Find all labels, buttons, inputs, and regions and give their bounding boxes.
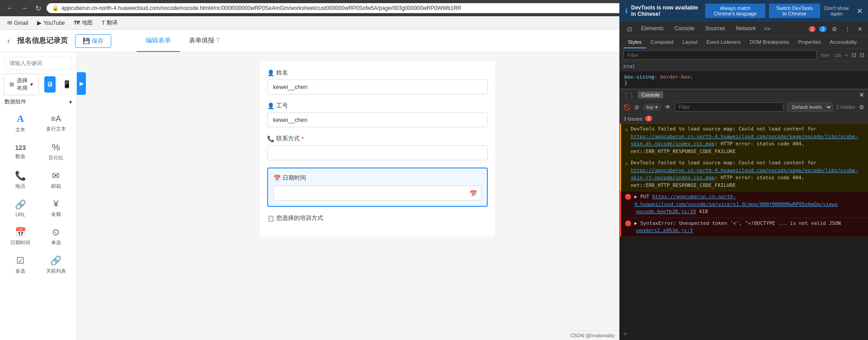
- date-field-label: 📅 日期时间: [274, 174, 481, 182]
- calendar-icon: 📅: [274, 175, 281, 182]
- console-message-2: ⚠ DevTools failed to load source map: Co…: [620, 158, 868, 191]
- bookmark-gmail[interactable]: ✉ Gmail: [4, 18, 32, 28]
- console-clear-button[interactable]: 🚫: [623, 104, 631, 111]
- name-input[interactable]: [267, 79, 488, 94]
- refresh-button[interactable]: ↻: [33, 2, 43, 14]
- devtools-tab-network[interactable]: Network: [731, 22, 761, 36]
- help-icon[interactable]: ?: [216, 37, 220, 44]
- bookmark-translate-label: 翻译: [107, 19, 118, 27]
- related-list-icon: 🔗: [50, 255, 61, 266]
- devtools-settings-button[interactable]: ⚙: [830, 24, 839, 34]
- url-text: appcuberun.cn-north-4.huaweicloud.com/no…: [61, 5, 462, 11]
- console-message-text-3: ▶ PUT https://appcuberun.cn-north-4.huaw…: [634, 193, 864, 216]
- styles-tab-event-listeners[interactable]: Event Listeners: [702, 37, 745, 48]
- error-icon-1: 🔴: [625, 194, 632, 200]
- console-drag-handle: ⋮⋮: [623, 92, 634, 98]
- devtools-tab-more[interactable]: >>: [761, 22, 773, 36]
- name-field-label: 👤 姓名: [267, 69, 488, 77]
- console-filter-input[interactable]: [675, 102, 783, 112]
- console-tab-label[interactable]: Console: [638, 91, 663, 98]
- email-icon: ✉: [52, 170, 60, 181]
- styles-copy-button[interactable]: ⊡: [860, 52, 864, 58]
- desktop-device-button[interactable]: 🖥: [44, 76, 56, 93]
- tab-edit-form[interactable]: 编辑表单: [137, 30, 180, 52]
- panel-expand-button[interactable]: ▶: [77, 72, 86, 95]
- styles-tab-layout[interactable]: Layout: [678, 37, 702, 48]
- devtools-close-x-button[interactable]: ✕: [856, 24, 864, 34]
- chevron-down-icon: ▾: [69, 99, 72, 105]
- console-prompt-input[interactable]: [629, 331, 864, 337]
- match-language-button[interactable]: Always match Chrome's language: [705, 4, 765, 18]
- devtools-tab-console[interactable]: Console: [669, 22, 700, 36]
- console-file-link-1[interactable]: nocode.6eefb28.js:19: [636, 209, 696, 214]
- console-link-3[interactable]: https://appcuberun.cn-north-4.huaweiclou…: [634, 194, 838, 207]
- component-multiline-text[interactable]: ≡A 多行文本: [39, 109, 73, 137]
- devtools-more-button[interactable]: ⋮: [843, 24, 852, 34]
- component-number[interactable]: 123 数值: [4, 139, 38, 165]
- form-field-contact: 📞 联系方式 *: [267, 135, 488, 160]
- component-date[interactable]: 📅 日期时间: [4, 223, 38, 250]
- contact-input[interactable]: [267, 145, 488, 160]
- csdn-footer: CSDN @irrationality: [566, 331, 619, 340]
- styles-tab-styles[interactable]: Styles: [623, 37, 646, 48]
- component-select[interactable]: ⊙ 单选: [39, 223, 73, 250]
- devtools-dock-icon[interactable]: ⊡: [623, 22, 636, 36]
- styles-tab-accessibility[interactable]: Accessibility: [826, 37, 862, 48]
- forward-button[interactable]: →: [19, 2, 30, 14]
- styles-tab-dom-breakpoints[interactable]: DOM Breakpoints: [745, 37, 794, 48]
- devtools-tab-sources[interactable]: Sources: [700, 22, 731, 36]
- mobile-device-button[interactable]: 📱: [61, 76, 73, 93]
- code-line-1: box-sizing: border-box;: [624, 74, 863, 80]
- youtube-icon: ▶: [37, 19, 42, 26]
- component-checkbox[interactable]: ☑ 多选: [4, 252, 38, 278]
- console-link-4[interactable]: vendors2.a953d.js:1: [636, 228, 693, 233]
- warning-badge: 3: [819, 26, 826, 32]
- console-settings-button[interactable]: ⚙: [859, 104, 864, 111]
- form-field-employee-id: 👤 工号: [267, 102, 488, 127]
- bookmark-translate[interactable]: T 翻译: [98, 18, 122, 28]
- styles-expand-button[interactable]: ⊡: [852, 52, 856, 58]
- switch-chinese-button[interactable]: Switch DevTools to Chinese: [769, 4, 820, 18]
- bookmark-youtube[interactable]: ▶ YouTube: [33, 18, 68, 28]
- url-icon: 🔗: [15, 199, 26, 210]
- employee-id-input[interactable]: [267, 112, 488, 127]
- bookmark-map[interactable]: 🗺 地图: [71, 18, 96, 28]
- tab-form-fill[interactable]: 表单填报 ?: [180, 30, 229, 52]
- form-field-date: 📅 日期时间 📅: [267, 168, 488, 207]
- devtools-panel: ℹ DevTools is now available in Chinese! …: [619, 0, 868, 340]
- console-block-button[interactable]: ⊘: [634, 104, 639, 111]
- dismiss-button[interactable]: Don't show again: [824, 5, 849, 16]
- component-related-list[interactable]: 🔗 关联列表: [39, 252, 73, 278]
- layout-select-label: 选择布局: [16, 77, 28, 92]
- console-eye-button[interactable]: 👁: [665, 104, 671, 111]
- console-top-selector[interactable]: top ▾: [643, 103, 661, 111]
- styles-tab-properties[interactable]: Properties: [793, 37, 825, 48]
- styles-tab-computed[interactable]: Computed: [646, 37, 678, 48]
- devtools-info-icon: ℹ: [625, 7, 627, 14]
- console-message-text-4: ▶ SyntaxError: Unexpected token '<', "<!…: [634, 220, 864, 235]
- component-text[interactable]: A 文本: [4, 109, 38, 137]
- component-percent[interactable]: % 百分比: [39, 139, 73, 165]
- back-button[interactable]: ←: [5, 2, 15, 14]
- component-email[interactable]: ✉ 邮箱: [39, 167, 73, 193]
- app-back-button[interactable]: ‹: [7, 36, 10, 46]
- save-button[interactable]: 💾 保存: [75, 34, 111, 48]
- styles-filter-input[interactable]: [623, 51, 816, 60]
- number-icon: 123: [15, 144, 26, 151]
- date-input[interactable]: [274, 186, 481, 200]
- console-level-select[interactable]: Default levels: [787, 102, 833, 112]
- training-field-label: 📋 您选择的培训方式: [267, 214, 488, 222]
- console-close-button[interactable]: ✕: [859, 91, 864, 98]
- devtools-tab-elements[interactable]: Elements: [636, 22, 669, 36]
- console-hidden-count: 2 hidden: [836, 104, 855, 110]
- warning-icon-2: ⚠: [625, 160, 628, 166]
- left-sidebar: ⊞ 选择布局 ▾ 🖥 📱 数据组件 ▾ A 文本 ≡A 多行文本: [0, 52, 77, 340]
- devtools-close-button[interactable]: ✕: [857, 7, 863, 15]
- chevron-down-icon-3: ▾: [655, 104, 658, 110]
- component-url[interactable]: 🔗 URL: [4, 195, 38, 221]
- component-phone[interactable]: 📞 电话: [4, 167, 38, 193]
- styles-panel-header: Styles Computed Layout Event Listeners D…: [620, 37, 868, 49]
- search-input[interactable]: [5, 57, 72, 70]
- layout-select-button[interactable]: ⊞ 选择布局 ▾: [4, 74, 39, 95]
- component-currency[interactable]: ¥ 金额: [39, 195, 73, 221]
